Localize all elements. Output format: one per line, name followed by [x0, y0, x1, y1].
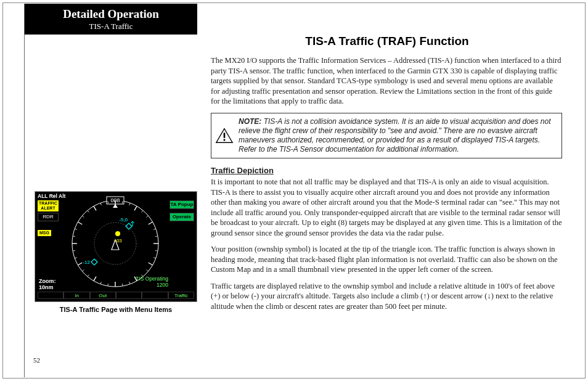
section-header: Detailed Operation TIS-A Traffic	[25, 4, 197, 35]
svg-marker-13	[91, 259, 97, 265]
svg-line-34	[108, 284, 108, 286]
page-number: 52	[33, 356, 40, 364]
svg-line-44	[75, 229, 77, 229]
svg-marker-8	[126, 223, 132, 229]
figure: ALL Rel Alt TRAFFIC ALERT RDR MSG TA Pop…	[35, 191, 197, 313]
traffic-page-screenshot: ALL Rel Alt TRAFFIC ALERT RDR MSG TA Pop…	[35, 191, 197, 302]
tis-operating-label: TIS Operating	[136, 276, 168, 282]
svg-rect-1	[224, 133, 226, 137]
svg-line-31	[129, 282, 130, 284]
traffic-alert-badge: TRAFFIC ALERT	[38, 200, 59, 211]
svg-line-21	[149, 222, 153, 224]
svg-line-23	[155, 236, 158, 237]
svg-line-48	[94, 206, 96, 210]
out-softkey: Out	[90, 292, 116, 299]
svg-line-32	[122, 284, 123, 286]
tis-status: TIS Operating 1200	[136, 276, 168, 288]
svg-line-43	[73, 236, 75, 237]
section-subtitle: TIS-A Traffic	[25, 21, 197, 32]
traffic-softkey: Traffic	[168, 292, 194, 299]
section-title: Detailed Operation	[25, 7, 197, 21]
svg-line-20	[147, 216, 149, 218]
svg-line-19	[141, 210, 143, 212]
zoom-readout: Zoom: 10nm	[39, 278, 56, 290]
note-box: NOTE: TIS-A is not a collision avoidance…	[211, 113, 562, 158]
in-softkey: In	[63, 292, 89, 299]
svg-line-36	[94, 277, 96, 281]
para4-part-b: ) or descent arrow (	[427, 292, 488, 300]
ta-popup-softkey: TA Popup	[169, 200, 194, 209]
svg-line-28	[147, 269, 149, 271]
svg-point-3	[72, 200, 158, 287]
svg-line-18	[134, 206, 137, 210]
figure-caption: TIS-A Traffic Page with Menu Items	[35, 306, 197, 313]
caution-icon	[215, 127, 234, 144]
svg-text:-5,0: -5,0	[119, 217, 128, 223]
svg-line-25	[155, 250, 158, 251]
svg-line-46	[82, 216, 84, 218]
paragraph-4: Traffic targets are displayed relative t…	[211, 281, 562, 312]
note-text: TIS-A is not a collision avoidance syste…	[239, 117, 551, 154]
svg-text:+03: +03	[113, 238, 122, 244]
mode-label: ALL Rel Alt	[38, 193, 65, 199]
svg-point-4	[94, 223, 136, 264]
traffic-alert-line2: ALERT	[41, 206, 55, 210]
paragraph-3: Your position (ownship symbol) is locate…	[211, 244, 562, 275]
subsection-heading: Traffic Depiction	[211, 166, 562, 176]
intro-paragraph: The MX20 I/O supports the Traffic Inform…	[211, 55, 562, 107]
svg-point-11	[115, 231, 120, 236]
bottom-softkey-bar: In Out Traffic	[38, 292, 194, 299]
svg-line-45	[78, 222, 82, 224]
svg-line-41	[73, 250, 75, 251]
svg-text:-12: -12	[83, 260, 90, 265]
zoom-value: 10nm	[39, 284, 54, 290]
svg-line-38	[82, 269, 84, 271]
svg-line-27	[149, 263, 153, 265]
svg-line-35	[100, 282, 101, 284]
note-label: NOTE:	[239, 117, 261, 126]
svg-rect-2	[224, 139, 226, 141]
msg-badge: MSG	[38, 230, 51, 236]
svg-line-47	[88, 210, 89, 212]
traffic-alert-line1: TRAFFIC	[39, 201, 57, 205]
svg-line-22	[153, 229, 156, 229]
paragraph-2: It is important to note that not all tra…	[211, 177, 562, 238]
svg-line-49	[100, 203, 101, 205]
svg-line-39	[78, 263, 82, 265]
operate-softkey: Operate	[169, 213, 194, 221]
svg-line-37	[88, 275, 89, 277]
zoom-label: Zoom:	[39, 278, 56, 284]
svg-line-17	[129, 203, 130, 205]
page-title: TIS-A Traffic (TRAF) Function	[211, 35, 563, 48]
body-text: The MX20 I/O supports the Traffic Inform…	[211, 55, 562, 318]
rdr-softkey: RDR	[38, 213, 59, 221]
svg-line-26	[153, 258, 156, 258]
svg-line-40	[75, 258, 77, 258]
left-margin-rule	[24, 4, 25, 377]
squawk-code: 1200	[157, 282, 168, 288]
